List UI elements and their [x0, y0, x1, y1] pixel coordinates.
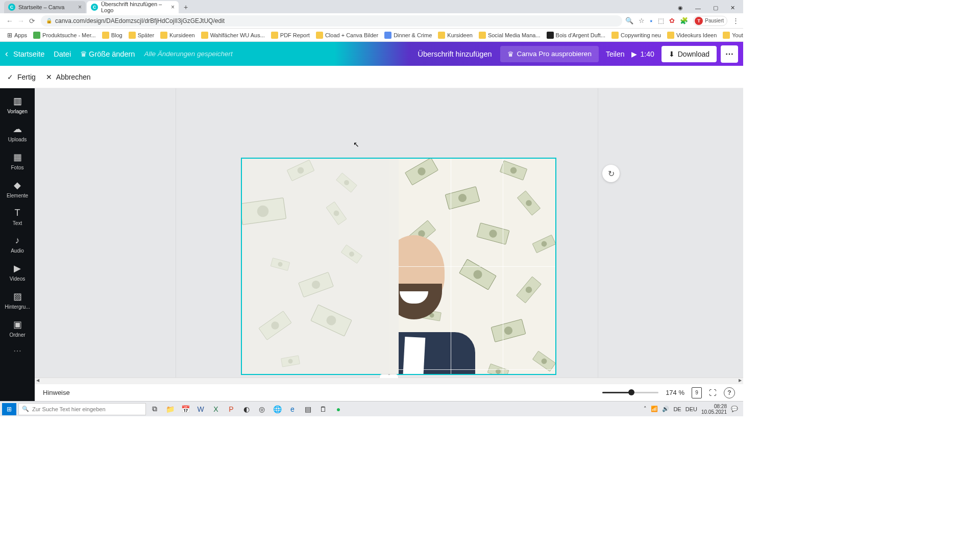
app-icon[interactable]: ◐	[240, 403, 253, 415]
bookmark-item[interactable]: Youtube WICHTIG	[720, 32, 743, 39]
minimize-icon[interactable]: —	[692, 3, 704, 13]
notes-label[interactable]: Hinweise	[43, 389, 70, 396]
profile-badge[interactable]: T Pausiert	[693, 16, 727, 26]
star-icon[interactable]: ☆	[639, 17, 645, 24]
app-icon[interactable]: ▤	[301, 403, 314, 415]
menu-icon[interactable]: ⋮	[732, 17, 739, 24]
edge-icon[interactable]: e	[286, 403, 299, 415]
volume-icon[interactable]: 🔊	[662, 406, 669, 412]
reload-icon[interactable]: ⟳	[27, 17, 38, 25]
canva-favicon: C	[8, 4, 15, 11]
bookmark-item[interactable]: Kursideen	[157, 32, 198, 39]
bookmark-item[interactable]: Copywriting neu	[608, 32, 664, 39]
reset-crop-button[interactable]: ↻	[602, 165, 620, 182]
notepad-icon[interactable]: 🗒	[316, 403, 330, 415]
browser-tab[interactable]: C Startseite – Canva ×	[4, 1, 86, 13]
document-title[interactable]: Überschrift hinzufügen	[418, 50, 492, 58]
page-count-button[interactable]: 9	[692, 387, 702, 398]
sidebar-item-videos[interactable]: ▶Videos	[0, 259, 35, 287]
fullscreen-icon[interactable]: ⛶	[709, 388, 717, 397]
url-input[interactable]: 🔒 canva.com/design/DAEdomzscjI/drBfjHdCo…	[41, 15, 622, 27]
sidebar-more[interactable]: ⋯	[13, 343, 21, 359]
zoom-icon[interactable]: 🔍	[625, 17, 633, 24]
bookmark-icon	[438, 32, 445, 39]
new-tab-button[interactable]: +	[180, 1, 192, 13]
explorer-icon[interactable]: 📁	[163, 403, 177, 415]
scroll-right-icon[interactable]: ▶	[737, 378, 743, 384]
zoom-value[interactable]: 174 %	[666, 389, 684, 396]
spotify-icon[interactable]: ●	[332, 403, 345, 415]
obs-icon[interactable]: ◎	[255, 403, 268, 415]
back-icon[interactable]: ←	[4, 17, 15, 25]
download-button[interactable]: ⬇Download	[662, 46, 717, 62]
bookmark-item[interactable]: Bois d'Argent Duft...	[544, 32, 608, 39]
keyboard-layout[interactable]: DE	[673, 406, 681, 412]
language-indicator[interactable]: DEU	[685, 406, 697, 412]
more-menu-button[interactable]: ⋯	[721, 45, 738, 63]
word-icon[interactable]: W	[194, 403, 207, 415]
zoom-slider[interactable]	[602, 392, 658, 393]
sidebar-item-background[interactable]: ▨Hintergru...	[0, 287, 35, 315]
file-menu[interactable]: Datei	[54, 50, 71, 58]
chrome-icon[interactable]: 🌐	[271, 403, 284, 415]
wifi-icon[interactable]: 📶	[651, 406, 658, 412]
bookmark-item[interactable]: Blog	[99, 32, 126, 39]
taskbar-clock[interactable]: 08:28 10.05.2021	[701, 404, 727, 415]
resize-button[interactable]: ♛Größe ändern	[80, 50, 135, 58]
bookmark-item[interactable]: Produktsuche - Mer...	[30, 32, 99, 39]
bookmark-item[interactable]: Kursideen	[435, 32, 476, 39]
close-icon[interactable]: ×	[75, 4, 82, 11]
sidebar-item-folders[interactable]: ▣Ordner	[0, 315, 35, 343]
excel-icon[interactable]: X	[209, 403, 223, 415]
try-pro-button[interactable]: ♛Canva Pro ausprobieren	[500, 46, 599, 62]
calendar-icon[interactable]: 📅	[179, 403, 192, 415]
sidebar-item-photos[interactable]: ▦Fotos	[0, 147, 35, 176]
notifications-icon[interactable]: 💬	[731, 406, 738, 412]
image-crop-frame[interactable]	[241, 158, 556, 375]
start-button[interactable]: ⊞	[2, 403, 16, 415]
taskbar-search[interactable]: 🔍 Zur Suche Text hier eingeben	[18, 403, 146, 415]
horizontal-scrollbar[interactable]: ◀ ⌃ ▶	[35, 378, 743, 384]
translate-icon[interactable]: ⭑	[650, 17, 653, 25]
tray-chevron-icon[interactable]: ˄	[644, 406, 647, 412]
back-button[interactable]: ‹	[5, 48, 8, 59]
sidebar-item-audio[interactable]: ♪Audio	[0, 231, 35, 259]
bookmark-item[interactable]: PDF Report	[268, 32, 313, 39]
tab-title: Startseite – Canva	[18, 4, 65, 10]
browser-tab[interactable]: C Überschrift hinzufügen – Logo ×	[87, 1, 179, 13]
powerpoint-icon[interactable]: P	[225, 403, 238, 415]
forward-icon[interactable]: →	[15, 17, 27, 25]
share-button[interactable]: Teilen	[606, 50, 625, 58]
close-icon[interactable]: ×	[168, 4, 175, 11]
bookmark-icon	[160, 32, 167, 39]
sidebar-item-text[interactable]: TText	[0, 204, 35, 231]
present-button[interactable]: ▶1:40	[631, 50, 654, 58]
bookmark-item[interactable]: Cload + Canva Bilder	[313, 32, 381, 39]
task-view-icon[interactable]: ⧉	[148, 403, 161, 415]
sidebar-item-uploads[interactable]: ☁Uploads	[0, 119, 35, 147]
bookmark-item[interactable]: Wahlfächer WU Aus...	[198, 32, 268, 39]
sidebar-item-elements[interactable]: ◆Elemente	[0, 176, 35, 204]
bookmark-item[interactable]: Später	[126, 32, 157, 39]
home-link[interactable]: Startseite	[13, 50, 44, 58]
crown-icon: ♛	[80, 50, 87, 58]
apps-shortcut[interactable]: ⊞Apps	[4, 32, 30, 39]
scroll-left-icon[interactable]: ◀	[35, 378, 41, 384]
cancel-button[interactable]: ✕Abbrechen	[46, 73, 91, 81]
bookmark-item[interactable]: Dinner & Crime	[381, 32, 435, 39]
done-button[interactable]: ✓Fertig	[7, 73, 36, 81]
maximize-icon[interactable]: ▢	[710, 3, 721, 13]
canvas-viewport[interactable]: ↻ ↖	[35, 88, 743, 378]
close-window-icon[interactable]: ✕	[727, 3, 738, 13]
extension-icon[interactable]: ⬚	[658, 17, 664, 24]
sidebar-item-templates[interactable]: ▥Vorlagen	[0, 91, 35, 119]
incognito-icon[interactable]: ◉	[675, 3, 686, 13]
bookmark-item[interactable]: Videokurs Ideen	[664, 32, 720, 39]
bookmark-item[interactable]: Social Media Mana...	[476, 32, 544, 39]
address-bar: ← → ⟳ 🔒 canva.com/design/DAEdomzscjI/drB…	[0, 13, 743, 29]
extension-icon[interactable]: ✿	[669, 17, 675, 24]
system-tray: ˄ 📶 🔊 DE DEU 08:28 10.05.2021 💬	[644, 404, 741, 415]
expand-notes-handle[interactable]: ⌃	[379, 374, 399, 378]
extensions-menu-icon[interactable]: 🧩	[680, 17, 688, 24]
help-button[interactable]: ?	[724, 387, 735, 398]
